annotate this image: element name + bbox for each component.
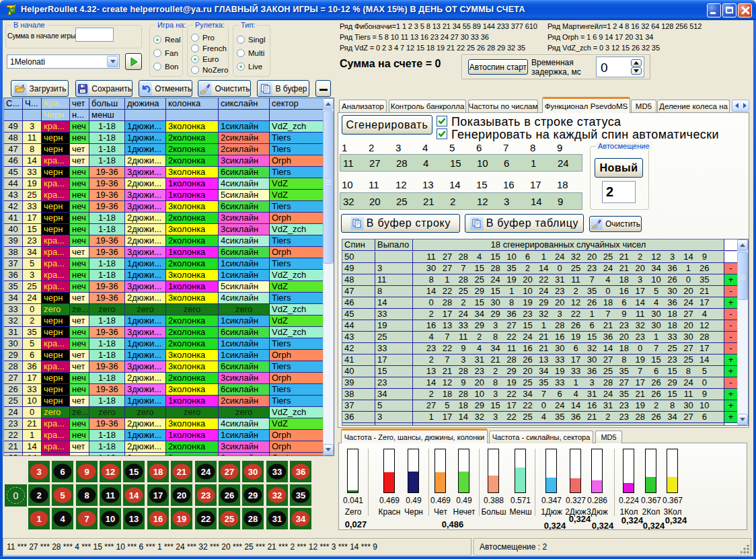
radio-option-French[interactable]: French xyxy=(191,44,227,52)
radio-option-Singl[interactable]: Singl xyxy=(237,36,266,44)
tab-Частоты по числам[interactable]: Частоты по числам xyxy=(468,100,538,112)
tab-Деление колеса на[interactable]: Деление колеса на xyxy=(657,100,730,112)
radio-option-Pro[interactable]: Pro xyxy=(191,34,215,42)
radio-option-Fan[interactable]: Fan xyxy=(153,49,178,57)
roulette-cell-29[interactable]: 29 xyxy=(242,484,264,506)
radio-Euro-checked[interactable] xyxy=(191,55,199,63)
radio-option-Live[interactable]: Live xyxy=(237,63,262,71)
maximize-button[interactable] xyxy=(722,3,736,17)
generate-button[interactable]: Сгенерировать xyxy=(342,115,432,135)
roulette-cell-7[interactable]: 7 xyxy=(76,508,98,529)
radio-Fan[interactable] xyxy=(153,49,161,57)
toolbar-button-Сохранить[interactable]: Сохранить xyxy=(75,80,133,97)
roulette-cell-8[interactable]: 8 xyxy=(76,484,98,506)
roulette-cell-35[interactable]: 35 xyxy=(290,484,311,506)
roulette-cell-30[interactable]: 30 xyxy=(242,461,264,482)
minimize-button[interactable] xyxy=(707,3,721,17)
combobox-dropdown-button[interactable] xyxy=(107,56,118,67)
freq-tab-3[interactable]: MD5 xyxy=(595,431,622,443)
roulette-cell-36[interactable]: 36 xyxy=(290,461,311,482)
spinner-up-button[interactable] xyxy=(631,59,642,67)
roulette-cell-3[interactable]: 3 xyxy=(28,461,50,482)
clear-psevdo-button[interactable]: Очистить xyxy=(589,216,642,232)
roulette-cell-32[interactable]: 32 xyxy=(266,484,288,506)
roulette-cell-11[interactable]: 11 xyxy=(100,484,121,506)
spinner-down-button[interactable] xyxy=(631,67,642,75)
roulette-cell-20[interactable]: 20 xyxy=(171,484,192,506)
radio-Live-checked[interactable] xyxy=(237,63,245,71)
roulette-cell-12[interactable]: 12 xyxy=(100,461,121,482)
roulette-cell-26[interactable]: 26 xyxy=(219,484,240,506)
roulette-cell-1[interactable]: 1 xyxy=(28,508,50,529)
copy-table-button[interactable]: В буфер таблицу xyxy=(465,214,584,233)
tab-Функционал PsevdoMS[interactable]: Функционал PsevdoMS xyxy=(542,97,630,113)
results-table-scrollbar[interactable] xyxy=(323,98,334,455)
roulette-cell-13[interactable]: 13 xyxy=(123,508,145,529)
roulette-cell-17[interactable]: 17 xyxy=(147,484,169,506)
tab-Контроль банкролла[interactable]: Контроль банкролла xyxy=(389,100,466,112)
scrollbar-thumb[interactable] xyxy=(737,252,748,300)
roulette-cell-4[interactable]: 4 xyxy=(52,508,73,529)
scrollbar-down-button[interactable] xyxy=(323,444,334,455)
radio-French[interactable] xyxy=(191,44,199,52)
scrollbar-down-button[interactable] xyxy=(737,414,748,425)
autospin-start-button[interactable]: Автоспин старт xyxy=(468,59,528,75)
scrollbar-thumb[interactable] xyxy=(323,110,334,264)
radio-Real-checked[interactable] xyxy=(153,36,161,44)
roulette-cell-21[interactable]: 21 xyxy=(171,461,192,482)
autoshift-input[interactable]: 2 xyxy=(602,181,636,203)
roulette-cell-28[interactable]: 28 xyxy=(242,508,264,529)
checkbox-generate-each-spin[interactable] xyxy=(437,128,447,139)
roulette-cell-15[interactable]: 15 xyxy=(123,461,145,482)
roulette-cell-19[interactable]: 19 xyxy=(171,508,192,529)
roulette-cell-23[interactable]: 23 xyxy=(195,484,217,506)
radio-option-NoZero[interactable]: NoZero xyxy=(191,66,228,74)
radio-Multi[interactable] xyxy=(237,49,245,57)
radio-option-Real[interactable]: Real xyxy=(153,36,181,44)
roulette-cell-24[interactable]: 24 xyxy=(195,461,217,482)
radio-Pro[interactable] xyxy=(191,34,199,42)
radio-option-Euro[interactable]: Euro xyxy=(191,55,219,63)
close-button[interactable] xyxy=(738,3,752,17)
toolbar-button-Очистить[interactable]: Очистить xyxy=(198,80,251,97)
roulette-cell-34[interactable]: 34 xyxy=(290,508,311,529)
toolbar-button-minimize-table[interactable] xyxy=(315,80,331,97)
roulette-cell-18[interactable]: 18 xyxy=(147,461,169,482)
delay-spinner[interactable]: 0 xyxy=(596,57,644,77)
roulette-cell-33[interactable]: 33 xyxy=(266,461,288,482)
roulette-cell-6[interactable]: 6 xyxy=(52,461,73,482)
roulette-cell-2[interactable]: 2 xyxy=(28,484,50,506)
tab-Анализатор[interactable]: Анализатор xyxy=(339,100,387,112)
start-sum-input[interactable] xyxy=(75,28,114,42)
toolbar-button-В буфер[interactable]: В буфер xyxy=(257,80,309,97)
roulette-cell-25[interactable]: 25 xyxy=(219,508,240,529)
freq-tab-2[interactable]: Частота - сиклайны, сектора xyxy=(489,431,593,443)
tab-scroll-left-icon[interactable] xyxy=(735,103,739,108)
radio-Bon[interactable] xyxy=(153,63,161,71)
radio-option-Bon[interactable]: Bon xyxy=(153,63,178,71)
toolbar-button-Загрузить[interactable]: Загрузить xyxy=(11,80,69,97)
scrollbar-up-button[interactable] xyxy=(323,98,334,110)
tab-MD5[interactable]: MD5 xyxy=(631,100,656,112)
radio-NoZero[interactable] xyxy=(191,66,199,74)
toolbar-button-Отменить[interactable]: Отменить xyxy=(139,80,192,97)
copy-row-button[interactable]: В буфер строку xyxy=(341,214,460,233)
play-button[interactable] xyxy=(125,53,142,70)
tab-scroll-right-icon[interactable] xyxy=(743,103,747,108)
roulette-cell-5[interactable]: 5 xyxy=(52,484,73,506)
preset-combobox[interactable]: 1Melonati xyxy=(7,54,120,69)
roulette-cell-16[interactable]: 16 xyxy=(147,508,169,529)
roulette-cell-10[interactable]: 10 xyxy=(100,508,121,529)
roulette-cell-0[interactable]: 0 xyxy=(5,484,27,507)
freq-tab-1[interactable]: Частота - Zero, шансы, дюжины, колонки xyxy=(341,428,488,443)
spins-table-scrollbar[interactable] xyxy=(737,239,748,425)
roulette-cell-9[interactable]: 9 xyxy=(76,461,98,482)
radio-Singl[interactable] xyxy=(237,36,245,44)
resize-grip[interactable] xyxy=(741,545,749,554)
new-button[interactable]: Новый xyxy=(595,158,643,178)
roulette-cell-31[interactable]: 31 xyxy=(266,508,288,529)
scrollbar-up-button[interactable] xyxy=(737,239,748,251)
radio-option-Multi[interactable]: Multi xyxy=(237,49,264,57)
checkbox-show-status[interactable] xyxy=(437,116,447,126)
roulette-cell-22[interactable]: 22 xyxy=(195,508,217,529)
